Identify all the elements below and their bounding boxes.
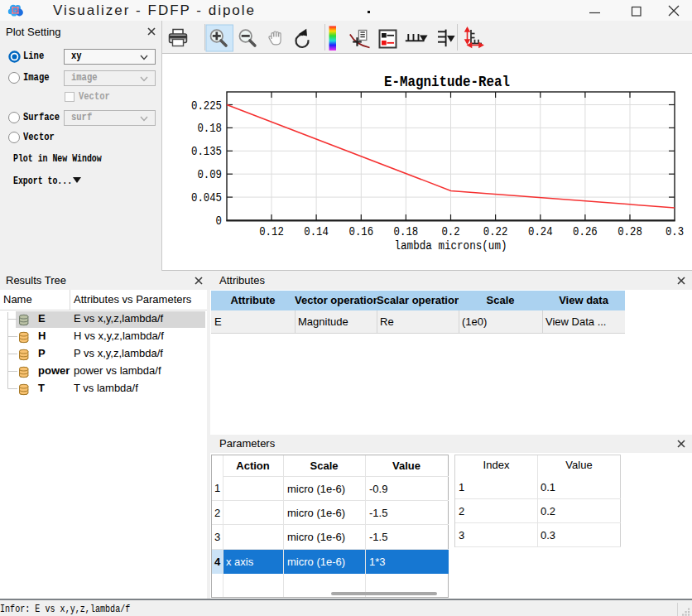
svg-text:lambda microns(um): lambda microns(um): [395, 239, 507, 253]
svg-text:0.16: 0.16: [349, 225, 374, 238]
svg-text:0.2: 0.2: [441, 225, 459, 238]
svg-text:0.24: 0.24: [528, 225, 553, 238]
svg-text:0.26: 0.26: [573, 225, 598, 238]
svg-text:0.135: 0.135: [191, 145, 222, 158]
svg-text:0.09: 0.09: [197, 168, 222, 181]
svg-text:0.18: 0.18: [197, 122, 222, 135]
svg-text:0.22: 0.22: [483, 225, 508, 238]
svg-text:0: 0: [216, 214, 222, 228]
svg-text:0.225: 0.225: [191, 99, 222, 113]
svg-text:0.3: 0.3: [666, 225, 684, 238]
svg-text:0.14: 0.14: [304, 225, 329, 238]
svg-text:0.28: 0.28: [618, 225, 642, 238]
svg-text:0.18: 0.18: [394, 225, 419, 238]
svg-text:E-Magnitude-Real: E-Magnitude-Real: [384, 73, 510, 91]
svg-text:0.045: 0.045: [191, 191, 222, 205]
svg-text:0.12: 0.12: [259, 225, 284, 238]
